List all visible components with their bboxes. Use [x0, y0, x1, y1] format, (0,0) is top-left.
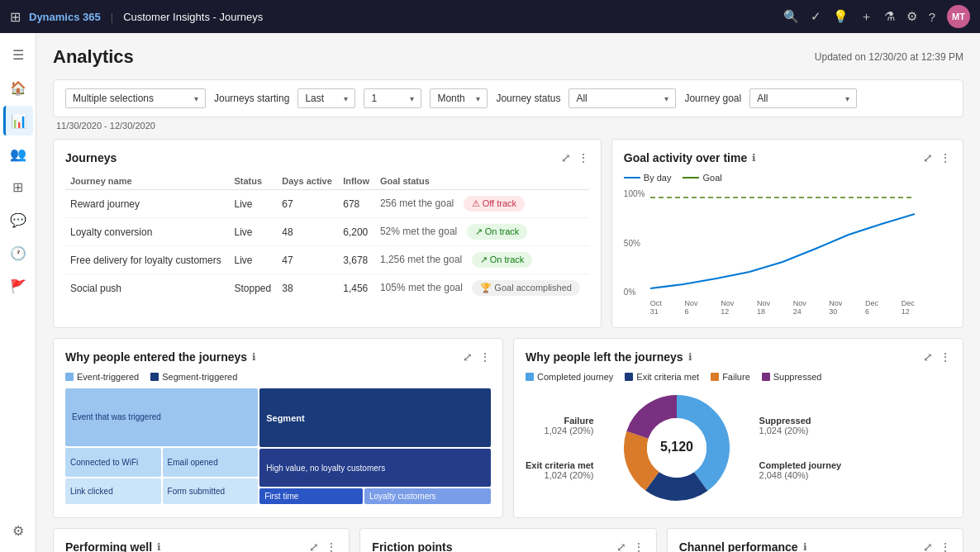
journey-goal-label: Journey goal [684, 93, 741, 104]
help-icon[interactable]: ? [929, 10, 935, 24]
top-navigation: ⊞ Dynamics 365 | Customer Insights - Jou… [0, 0, 980, 33]
exit-criteria-legend: Exit criteria met [625, 372, 699, 382]
settings-icon[interactable]: ⚙ [906, 9, 917, 24]
chevron-down-icon: ▾ [476, 94, 480, 103]
goal-activity-actions: ⤢ ⋮ [923, 151, 951, 164]
treemap-cell-form: Form submitted [163, 478, 259, 504]
donut-svg: 5,120 [619, 390, 735, 506]
info-icon[interactable]: ℹ [157, 541, 161, 552]
last-dropdown[interactable]: Last ▾ [297, 88, 355, 108]
more-icon[interactable]: ⋮ [940, 350, 951, 364]
search-icon[interactable]: 🔍 [783, 9, 799, 24]
journeys-panel-title: Journeys [65, 151, 117, 164]
page-header: Analytics Updated on 12/30/20 at 12:39 P… [53, 46, 963, 68]
sidebar-item-menu[interactable]: ☰ [3, 40, 33, 69]
goal-activity-panel: Goal activity over time ℹ ⤢ ⋮ By day [611, 139, 963, 328]
brand-logo[interactable]: Dynamics 365 [29, 11, 101, 23]
treemap-left: Event that was triggered Connected to Wi… [65, 388, 258, 504]
sidebar: ☰ 🏠 📊 👥 ⊞ 💬 🕐 🚩 ⚙ [0, 33, 36, 552]
sidebar-item-messages[interactable]: 💬 [3, 205, 33, 235]
date-range-label: 11/30/2020 - 12/30/2020 [56, 121, 963, 131]
status-badge: ⚠ Off track [464, 196, 525, 212]
filter-icon[interactable]: ⚗ [884, 9, 895, 24]
user-avatar[interactable]: MT [947, 5, 970, 28]
sidebar-item-home[interactable]: 🏠 [3, 73, 33, 102]
why-entered-header: Why people entered the journeys ℹ ⤢ ⋮ [65, 350, 491, 364]
expand-icon[interactable]: ⤢ [309, 540, 319, 552]
treemap-cell-email: Email opened [163, 448, 259, 477]
x-axis: Oct31 Nov6 Nov12 Nov18 Nov24 Nov30 Dec6 … [650, 299, 915, 316]
donut-section: Failure 1,024 (20%) Exit criteria met 1,… [526, 390, 951, 506]
sidebar-item-analytics[interactable]: 📊 [3, 106, 33, 136]
one-dropdown[interactable]: 1 ▾ [364, 88, 421, 108]
journey-goal-status: 105% met the goal 🏆 Goal accomplished [375, 274, 589, 302]
app-title: Customer Insights - Journeys [123, 11, 263, 23]
why-left-title: Why people left the journeys [526, 350, 683, 364]
status-badge: ↗ On track [467, 224, 528, 240]
expand-icon[interactable]: ⤢ [463, 350, 473, 364]
top-panels-row: Journeys ⤢ ⋮ Journey name Status Days ac… [53, 139, 963, 328]
why-entered-title: Why people entered the journeys [65, 350, 247, 364]
journey-name: Social push [65, 274, 230, 302]
more-icon[interactable]: ⋮ [479, 350, 491, 364]
more-icon[interactable]: ⋮ [578, 151, 589, 164]
plus-icon[interactable]: ＋ [860, 9, 873, 25]
sidebar-item-clock[interactable]: 🕐 [3, 238, 33, 268]
info-icon[interactable]: ℹ [752, 152, 756, 164]
journeys-panel-actions: ⤢ ⋮ [561, 151, 589, 164]
treemap-cell-event: Event that was triggered [65, 388, 258, 446]
channel-performance-title: Channel performance [679, 540, 798, 552]
treemap-cell-highvalue: High value, no loyalty customers [259, 449, 491, 486]
more-icon[interactable]: ⋮ [940, 151, 951, 164]
goal-activity-header: Goal activity over time ℹ ⤢ ⋮ [624, 151, 951, 164]
info-icon[interactable]: ℹ [688, 351, 692, 363]
table-row: Reward journey Live 67 678 256 met the g… [65, 190, 589, 218]
journeys-table: Journey name Status Days active Inflow G… [65, 173, 589, 302]
sidebar-item-people[interactable]: 👥 [3, 139, 33, 169]
status-badge: ↗ On track [472, 252, 533, 268]
treemap-row3: Link clicked Form submitted [65, 478, 258, 504]
sidebar-item-settings[interactable]: ⚙ [3, 516, 33, 545]
friction-points-title: Friction points [372, 540, 452, 552]
expand-icon[interactable]: ⤢ [923, 540, 933, 552]
entered-legend: Event-triggered Segment-triggered [65, 372, 491, 382]
right-labels-right: Suppressed 1,024 (20%) Completed journey… [751, 416, 842, 480]
journey-days-active: 48 [277, 218, 338, 246]
lightbulb-icon[interactable]: 💡 [833, 9, 849, 24]
more-icon[interactable]: ⋮ [633, 540, 645, 552]
goal-chart-svg [650, 189, 915, 297]
segment-triggered-legend: Segment-triggered [150, 372, 237, 382]
donut-chart: 5,120 [619, 390, 735, 506]
multiple-selections-dropdown[interactable]: Multiple selections ▾ [65, 88, 206, 108]
chevron-down-icon: ▾ [410, 94, 414, 103]
journey-status-dropdown[interactable]: All ▾ [568, 88, 676, 108]
info-icon[interactable]: ℹ [252, 351, 256, 363]
failure-legend: Failure [711, 372, 750, 382]
journeys-panel-header: Journeys ⤢ ⋮ [65, 151, 589, 164]
sidebar-item-flag[interactable]: 🚩 [3, 271, 33, 301]
journey-status: Live [230, 218, 278, 246]
updated-timestamp: Updated on 12/30/20 at 12:39 PM [815, 51, 963, 63]
expand-icon[interactable]: ⤢ [923, 350, 933, 364]
more-icon[interactable]: ⋮ [940, 540, 951, 552]
sidebar-item-grid[interactable]: ⊞ [3, 172, 33, 202]
journey-name: Reward journey [65, 190, 230, 218]
journey-goal-dropdown[interactable]: All ▾ [749, 88, 857, 108]
expand-icon[interactable]: ⤢ [923, 151, 933, 164]
why-left-header: Why people left the journeys ℹ ⤢ ⋮ [526, 350, 951, 364]
journey-inflow: 3,678 [338, 246, 375, 274]
journey-name: Loyalty conversion [65, 218, 230, 246]
month-dropdown[interactable]: Month ▾ [430, 88, 488, 108]
info-icon[interactable]: ℹ [803, 541, 807, 552]
app-layout: ☰ 🏠 📊 👥 ⊞ 💬 🕐 🚩 ⚙ Analytics Updated on 1… [0, 33, 980, 552]
checkmark-icon[interactable]: ✓ [811, 9, 821, 24]
treemap-cell-segment: Segment [259, 388, 491, 447]
more-icon[interactable]: ⋮ [326, 540, 337, 552]
y-axis: 100% 50% 0% [624, 189, 645, 297]
chevron-down-icon: ▾ [845, 94, 849, 103]
grid-icon[interactable]: ⊞ [10, 9, 21, 25]
performing-well-actions: ⤢ ⋮ [309, 540, 337, 552]
expand-icon[interactable]: ⤢ [561, 151, 571, 164]
journey-inflow: 678 [338, 190, 375, 218]
expand-icon[interactable]: ⤢ [616, 540, 626, 552]
